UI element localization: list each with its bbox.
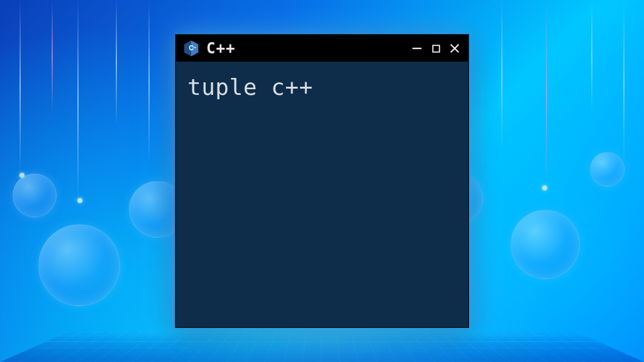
decor-grid-floor	[0, 332, 644, 362]
decor-circuit-line	[148, 0, 150, 163]
decor-sphere	[38, 224, 120, 306]
decor-circuit-node	[77, 198, 82, 203]
decor-circuit-line	[623, 0, 625, 163]
decor-sphere	[511, 210, 580, 279]
decor-sphere	[590, 152, 625, 187]
decor-circuit-line	[501, 0, 502, 151]
terminal-body[interactable]: tuple c++	[176, 62, 468, 327]
svg-rect-5	[433, 45, 440, 52]
svg-text:++: ++	[193, 46, 197, 49]
decor-circuit-line	[19, 0, 21, 176]
decor-sphere	[13, 173, 57, 217]
maximize-button[interactable]	[429, 41, 443, 55]
decor-circuit-line	[77, 0, 79, 201]
close-button[interactable]	[448, 41, 462, 55]
decor-circuit-line	[546, 0, 547, 189]
decor-circuit-line	[116, 0, 117, 126]
decor-circuit-line	[591, 0, 592, 113]
cpp-hexagon-icon: C ++	[182, 40, 200, 57]
decor-circuit-node	[542, 185, 547, 190]
window-controls	[410, 41, 462, 55]
terminal-content: tuple c++	[187, 74, 313, 100]
minimize-button[interactable]	[410, 41, 424, 55]
terminal-window: C ++ C++ tuple c++	[175, 34, 469, 328]
decor-circuit-line	[52, 0, 53, 113]
window-title: C++	[206, 40, 404, 57]
titlebar[interactable]: C ++ C++	[176, 35, 468, 62]
